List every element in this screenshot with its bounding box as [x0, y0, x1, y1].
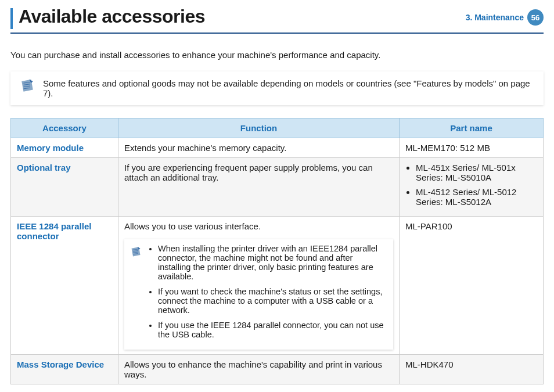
function-text: Allows you to use various interface. [124, 221, 261, 231]
accessory-name: Mass Storage Device [11, 355, 118, 384]
inline-note: When installing the printer driver with … [124, 239, 393, 350]
note-list-item: If you use the IEEE 1284 parallel connec… [158, 321, 387, 339]
info-note-text: Some features and optional goods may not… [43, 78, 537, 98]
accessory-name: Memory module [11, 138, 118, 158]
accessory-function: Allows you to use various interface. Whe… [118, 217, 400, 355]
col-partname: Part name [400, 118, 544, 138]
chapter-label: 3. Maintenance [466, 13, 524, 22]
table-row: IEEE 1284 parallel connector Allows you … [11, 217, 544, 355]
table-row: Memory module Extends your machine's mem… [11, 138, 544, 158]
accessory-part: ML-MEM170: 512 MB [400, 138, 544, 158]
accessory-function: Extends your machine's memory capacity. [118, 138, 400, 158]
table-row: Mass Storage Device Allows you to enhanc… [11, 355, 544, 384]
accessory-part: ML-PAR100 [400, 217, 544, 355]
col-accessory: Accessory [11, 118, 118, 138]
accessory-name: Optional tray [11, 158, 118, 217]
part-list-item: ML-4512 Series/ ML-5012 Series: ML-S5012… [416, 187, 537, 207]
intro-text: You can purchase and install accessories… [10, 50, 544, 60]
accessory-name: IEEE 1284 parallel connector [11, 217, 118, 355]
note-icon [20, 78, 35, 96]
accessory-function: Allows you to enhance the machine's capa… [118, 355, 400, 384]
page-title: Available accessories [19, 6, 466, 27]
document-page: Available accessories 3. Maintenance 56 … [0, 0, 554, 392]
header-accent-bar [10, 8, 13, 29]
note-list-item: When installing the printer driver with … [158, 244, 387, 281]
col-function: Function [118, 118, 400, 138]
info-note: Some features and optional goods may not… [10, 71, 544, 105]
part-list-item: ML-451x Series/ ML-501x Series: ML-S5010… [416, 163, 537, 182]
accessory-function: If you are experiencing frequent paper s… [118, 158, 400, 217]
note-icon [130, 244, 142, 260]
table-header-row: Accessory Function Part name [11, 118, 544, 138]
page-number-badge: 56 [527, 9, 544, 26]
accessory-part: ML-HDK470 [400, 355, 544, 384]
table-row: Optional tray If you are experiencing fr… [11, 158, 544, 217]
note-list-item: If you want to check the machine's statu… [158, 287, 387, 315]
accessories-table: Accessory Function Part name Memory modu… [10, 118, 544, 384]
accessory-part: ML-451x Series/ ML-501x Series: ML-S5010… [400, 158, 544, 217]
page-header: Available accessories 3. Maintenance 56 [10, 6, 544, 34]
